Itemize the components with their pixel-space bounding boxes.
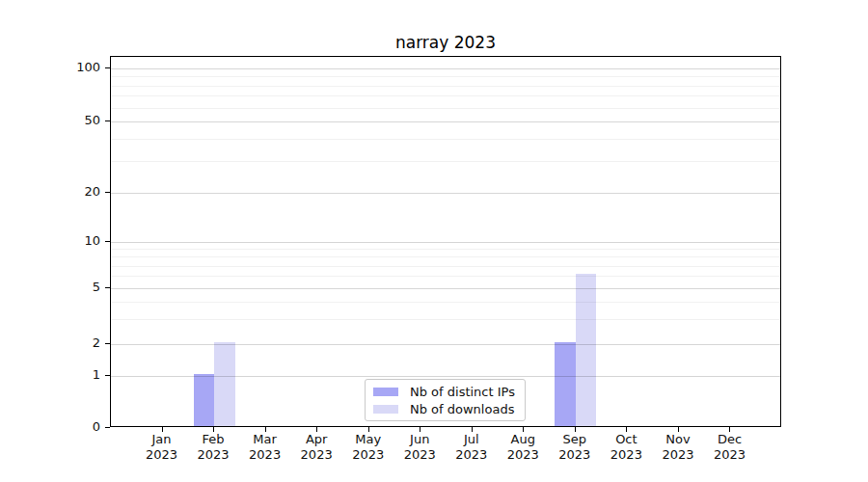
gridline-minor	[111, 108, 780, 109]
gridline-minor	[111, 266, 780, 267]
gridline-major	[111, 121, 780, 122]
bar-distinct-ips	[555, 342, 576, 426]
gridline-minor	[111, 86, 780, 87]
bar-downloads	[576, 274, 597, 426]
legend-item-distinct-ips: Nb of distinct IPs	[373, 383, 525, 400]
y-tick-label: 0	[0, 418, 100, 436]
y-tick-mark	[105, 287, 110, 288]
bar-downloads	[214, 342, 235, 426]
gridline-minor	[111, 95, 780, 96]
gridline-minor	[111, 161, 780, 162]
legend-item-downloads: Nb of downloads	[373, 400, 525, 417]
y-tick-label: 2	[0, 335, 100, 352]
y-tick-mark	[105, 192, 110, 193]
gridline-minor	[111, 319, 780, 320]
plot-area	[110, 56, 781, 427]
y-tick-label: 20	[0, 183, 100, 201]
gridline-minor	[111, 249, 780, 250]
x-tick-month: Dec	[689, 432, 770, 447]
gridline-major	[111, 68, 780, 69]
legend-label: Nb of distinct IPs	[410, 385, 515, 399]
gridline-major	[111, 344, 780, 345]
gridline-minor	[111, 76, 780, 77]
chart: narray 2023 0125102050100 Jan2023Feb2023…	[0, 0, 868, 482]
chart-title: narray 2023	[110, 33, 781, 52]
y-tick-label: 10	[0, 232, 100, 250]
legend-swatch-downloads	[373, 405, 398, 414]
y-tick-mark	[105, 375, 110, 376]
x-tick-year: 2023	[689, 447, 770, 463]
y-tick-mark	[105, 343, 110, 344]
legend-label: Nb of downloads	[410, 402, 514, 416]
y-tick-label: 50	[0, 112, 100, 129]
y-tick-label: 1	[0, 366, 100, 384]
legend: Nb of distinct IPs Nb of downloads	[365, 379, 526, 421]
y-tick-label: 100	[0, 59, 100, 76]
gridline-major	[111, 242, 780, 243]
bar-distinct-ips	[194, 374, 215, 426]
gridline-minor	[111, 302, 780, 303]
gridline-minor	[111, 276, 780, 277]
y-tick-mark	[105, 67, 110, 68]
gridline-minor	[111, 139, 780, 140]
gridline-major	[111, 193, 780, 194]
x-tick-label: Dec2023	[689, 432, 770, 463]
y-tick-label: 5	[0, 279, 100, 296]
y-tick-mark	[105, 241, 110, 242]
y-tick-mark	[105, 427, 110, 428]
legend-swatch-distinct-ips	[373, 388, 398, 396]
gridline-major	[111, 288, 780, 289]
y-tick-mark	[105, 120, 110, 121]
gridline-minor	[111, 256, 780, 257]
